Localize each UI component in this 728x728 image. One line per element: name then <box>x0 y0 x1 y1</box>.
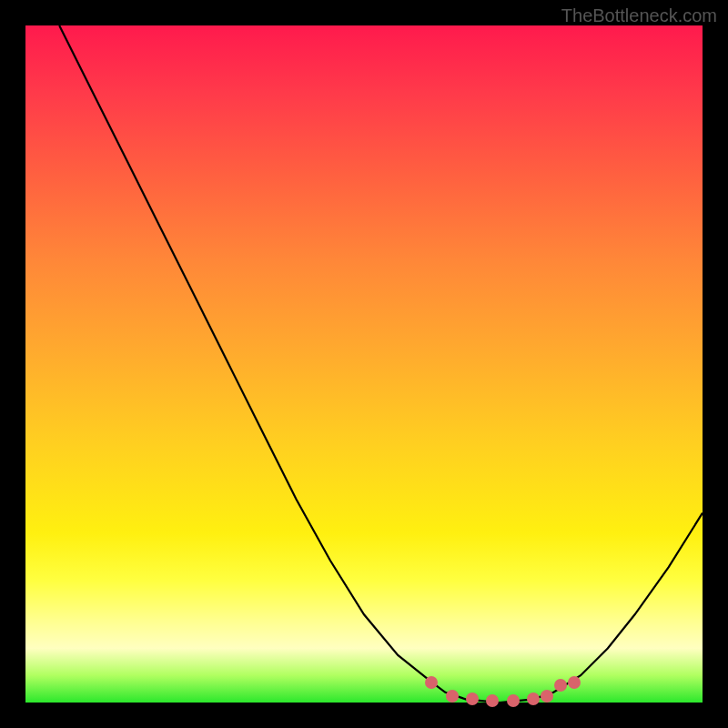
trough-marker <box>568 676 581 689</box>
trough-marker <box>507 694 520 707</box>
trough-marker <box>527 693 540 705</box>
trough-marker <box>541 690 553 703</box>
trough-marker <box>466 693 479 705</box>
watermark-text: TheBottleneck.com <box>561 5 717 26</box>
trough-marker <box>554 679 567 692</box>
trough-marker <box>446 690 459 703</box>
chart-plot-area <box>25 25 703 703</box>
trough-marker <box>486 694 499 707</box>
marker-group <box>25 25 703 703</box>
trough-marker <box>425 676 438 689</box>
